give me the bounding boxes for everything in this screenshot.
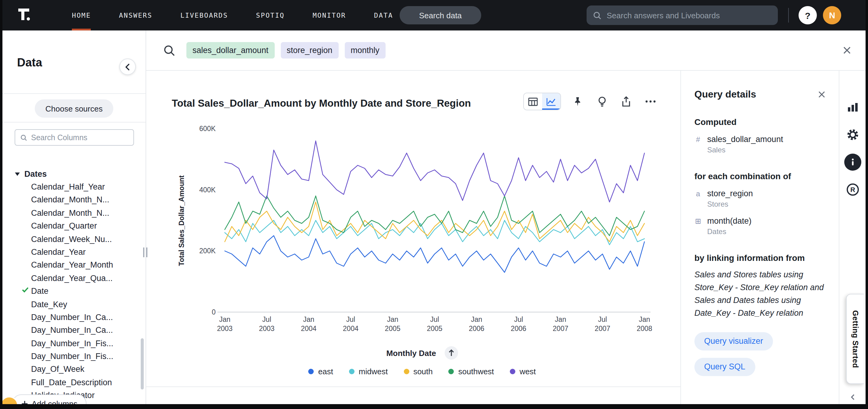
close-query-details-button[interactable] [818,91,825,98]
tree-group-label: Dates [24,169,47,178]
search-token-monthly[interactable]: monthly [344,42,385,59]
pin-icon [572,96,582,107]
spotiq-insights-button[interactable] [594,93,610,109]
more-options-button[interactable] [643,93,658,109]
column-item-label: Date_Key [31,300,67,309]
x-tick-label: Jan2007 [553,316,568,332]
y-axis-title: Total Sales_Dollar_Amount [178,175,185,266]
nav-item-monitor[interactable]: MONITOR [312,0,346,30]
legend-item-east[interactable]: east [309,367,333,376]
r-analysis-button[interactable]: R [844,181,861,198]
data-sidebar: Data Choose sources [2,30,146,404]
combination-item-name: store_region [707,189,753,198]
column-item-calendar-year-qua-[interactable]: Calendar_Year_Qua... [2,271,146,285]
column-item-day-number-in-ca-[interactable]: Day_Number_In_Ca... [2,324,146,337]
column-item-calendar-year-month[interactable]: Calendar_Year_Month [2,259,146,272]
global-search[interactable] [587,5,778,25]
legend-item-south[interactable]: south [404,367,433,376]
column-item-calendar-month-n-[interactable]: Calendar_Month_N... [2,207,146,220]
column-item-calendar-half-year[interactable]: Calendar_Half_Year [2,180,146,194]
search-data-button[interactable]: Search data [400,6,481,24]
nav-item-data[interactable]: DATA [374,0,393,30]
sidebar-scrollbar[interactable] [141,338,144,389]
tree-items: Calendar_Half_YearCalendar_Month_N...Cal… [2,180,146,404]
search-token-sales_dollar_amount[interactable]: sales_dollar_amount [186,42,274,59]
y-tick-label: 400K [199,186,216,194]
close-icon [818,91,825,98]
linking-text: Sales and Stores tables using Store_Key … [694,269,825,320]
bar-chart-icon [847,103,858,112]
column-item-date[interactable]: Date [2,285,146,298]
column-tree: Dates Calendar_Half_YearCalendar_Month_N… [2,152,146,404]
x-tick-label: Jan2006 [469,316,484,332]
panel-collapse-button[interactable] [839,394,866,401]
column-item-label: Calendar_Month_N... [31,208,109,217]
nav-item-liveboards[interactable]: LIVEBOARDS [180,0,228,30]
search-token-store_region[interactable]: store_region [280,42,338,59]
column-search[interactable] [14,129,134,146]
thoughtspot-logo[interactable] [16,7,36,24]
search-bar[interactable]: sales_dollar_amountstore_regionmonthly [146,30,866,71]
computed-item-source: Sales [707,146,825,154]
sidebar-collapse-button[interactable] [119,59,136,75]
nav-item-home[interactable]: HOME [72,0,91,30]
column-item-day-number-in-ca-[interactable]: Day_Number_In_Ca... [2,311,146,324]
line-chart: 0200K400K600KTotal Sales_Dollar_AmountJa… [176,115,669,346]
table-mode-button[interactable] [524,93,542,110]
chart-config-button[interactable] [844,99,861,116]
y-tick-label: 600K [199,125,216,133]
add-columns-button[interactable]: Add columns [12,395,87,404]
legend-item-southwest[interactable]: southwest [448,367,494,376]
y-tick-label: 200K [199,247,216,255]
user-avatar[interactable]: N [823,6,841,24]
settings-button[interactable] [844,126,861,143]
column-item-day-number-in-fis-[interactable]: Day_Number_In_Fis... [2,350,146,363]
caret-down-icon [14,172,20,176]
column-item-day-of-week[interactable]: Day_Of_Week [2,363,146,376]
getting-started-tab[interactable]: Getting Started [846,294,864,384]
nav-item-answers[interactable]: ANSWERS [119,0,153,30]
axis-sort-button[interactable] [445,346,458,360]
pin-button[interactable] [569,93,585,109]
column-search-input[interactable] [31,133,128,142]
legend-item-west[interactable]: west [510,367,536,376]
column-item-label: Day_Number_In_Ca... [31,313,113,322]
share-button[interactable] [618,93,634,109]
sidebar-resize-handle[interactable] [143,247,147,257]
choose-sources-button[interactable]: Choose sources [34,99,114,118]
column-item-calendar-quarter[interactable]: Calendar_Quarter [2,220,146,233]
ellipsis-icon [645,100,656,103]
series-line-west[interactable] [225,141,645,202]
column-item-calendar-year[interactable]: Calendar_Year [2,246,146,259]
clear-search-button[interactable] [843,46,851,54]
share-icon [621,96,631,107]
search-icon [163,44,176,56]
legend-label: west [520,367,536,376]
help-button[interactable]: ? [799,6,817,24]
thoughtspot-logo-icon [16,7,34,24]
column-item-full-date-description[interactable]: Full_Date_Description [2,376,146,389]
column-item-label: Full_Date_Description [31,378,112,387]
column-item-calendar-month-n-[interactable]: Calendar_Month_N... [2,194,146,207]
legend-label: southwest [458,367,494,376]
series-line-south[interactable] [225,202,645,242]
card-divider [146,386,680,387]
query-visualizer-button[interactable]: Query visualizer [694,332,773,350]
chart-mode-button[interactable] [542,93,560,110]
global-search-input[interactable] [607,11,772,20]
query-sql-button[interactable]: Query SQL [694,357,755,376]
column-item-date-key[interactable]: Date_Key [2,298,146,311]
tree-group-dates[interactable]: Dates [2,167,146,180]
column-item-day-number-in-fis-[interactable]: Day_Number_In_Fis... [2,337,146,350]
sidebar-divider [2,93,146,94]
legend-dot-east [309,369,314,374]
answer-title: Total Sales_Dollar_Amount by Monthly Dat… [172,97,471,109]
nav-item-spotiq[interactable]: SPOTIQ [256,0,285,30]
series-line-midwest[interactable] [225,221,645,245]
query-info-button[interactable] [844,154,861,171]
column-item-calendar-week-nu-[interactable]: Calendar_Week_Nu... [2,233,146,246]
series-line-east[interactable] [225,236,645,272]
combination-type-icon: a [694,189,702,198]
legend-item-midwest[interactable]: midwest [349,367,388,376]
lightbulb-icon [597,96,607,107]
